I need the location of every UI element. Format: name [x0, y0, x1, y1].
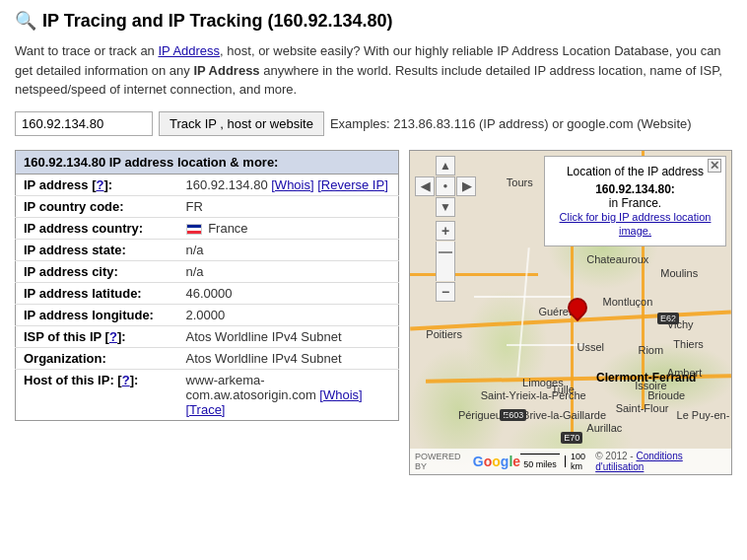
search-bar: Track IP , host or website Examples: 213…	[15, 111, 732, 136]
city-perigueux: Périgueux	[458, 409, 508, 421]
reverse-ip-link[interactable]: [Reverse IP]	[317, 177, 388, 192]
city-brioude: Brioude	[647, 389, 685, 401]
table-row: IP address state: n/a	[16, 239, 399, 260]
desc-text-1: Want to trace or track an	[15, 43, 158, 58]
host-trace-link[interactable]: [Trace]	[186, 402, 226, 417]
ip-address-bold: IP Address	[193, 63, 259, 78]
row-label: IP address state:	[16, 239, 178, 260]
table-row: Organization: Atos Worldline IPv4 Subnet	[16, 347, 399, 369]
map-tooltip: ✕ Location of the IP address 160.92.134.…	[544, 156, 726, 246]
host-whois-link[interactable]: [Whois]	[319, 387, 362, 402]
table-row: IP address latitude: 46.0000	[16, 282, 399, 304]
row-label: IP address city:	[16, 260, 178, 282]
row-value: Atos Worldline IPv4 Subnet	[178, 347, 399, 369]
row-label: Host of this IP: [?]:	[16, 369, 178, 420]
nav-left[interactable]: ◀	[415, 176, 435, 196]
examples-text: Examples: 213.86.83.116 (IP address) or …	[330, 116, 692, 131]
row-value: n/a	[178, 260, 399, 282]
tooltip-ip: 160.92.134.80:	[555, 182, 715, 196]
city-riom: Riom	[638, 344, 663, 356]
city-ambert: Ambert	[667, 367, 702, 379]
row-value: FR	[178, 195, 399, 217]
page-title: IP Tracing and IP Tracking (160.92.134.8…	[42, 11, 393, 32]
main-content: 160.92.134.80 IP address location & more…	[15, 150, 732, 475]
table-row: IP address city: n/a	[16, 260, 399, 282]
zoom-out-button[interactable]: −	[436, 282, 455, 302]
city-thiers: Thiers	[673, 338, 704, 350]
tooltip-close-button[interactable]: ✕	[708, 159, 721, 173]
track-button-label: Track IP , host or website	[170, 116, 313, 131]
tooltip-country: in France.	[555, 196, 715, 210]
table-row: IP address [?]: 160.92.134.80 [Whois] [R…	[16, 175, 399, 196]
row-value: 2.0000	[178, 304, 399, 325]
table-row: Host of this IP: [?]: www-arkema-com.aw.…	[16, 369, 399, 420]
row-label: IP address longitude:	[16, 304, 178, 325]
country-flag	[186, 224, 202, 235]
info-table: IP address [?]: 160.92.134.80 [Whois] [R…	[15, 175, 399, 421]
google-logo: Google	[473, 454, 520, 469]
whois-link[interactable]: [Whois]	[271, 177, 313, 192]
tooltip-image-link[interactable]: Click for big IP address location image.	[560, 211, 712, 237]
nav-down[interactable]: ▼	[436, 197, 455, 217]
city-moulins: Moulins	[660, 267, 698, 279]
nav-zoom: + −	[436, 221, 455, 302]
page-title-container: 🔍 IP Tracing and IP Tracking (160.92.134…	[15, 10, 732, 32]
row-value: 46.0000	[178, 282, 399, 304]
scale-km-label: 100 km	[571, 452, 595, 471]
ip-help-link[interactable]: ?	[96, 177, 103, 192]
map-copyright: © 2012 - Conditions d'utilisation	[595, 451, 726, 472]
row-label: IP address country:	[16, 217, 178, 239]
track-button[interactable]: Track IP , host or website	[159, 111, 324, 136]
row-label: IP address [?]:	[16, 175, 178, 196]
table-row: IP address country: France	[16, 217, 399, 239]
city-brive: Brive-la-Gaillarde	[522, 409, 606, 421]
map-nav: ▲ ◀ ● ▶ ▼ + −	[415, 156, 476, 302]
search-input[interactable]	[15, 111, 153, 136]
page-description: Want to trace or track an IP Address, ho…	[15, 41, 732, 100]
city-saint-yrieix: Saint-Yrieix-la-Perche	[481, 389, 586, 401]
nav-up[interactable]: ▲	[436, 156, 455, 175]
row-value: Atos Worldline IPv4 Subnet	[178, 325, 399, 347]
row-label: IP country code:	[16, 195, 178, 217]
city-saint-flour: Saint-Flour	[616, 402, 669, 414]
powered-by-label: POWERED BY	[415, 452, 469, 471]
nav-arrows: ▲ ◀ ● ▶ ▼	[415, 156, 476, 217]
map-pin[interactable]	[568, 298, 587, 327]
map-scale: 50 miles 100 km	[520, 452, 595, 471]
row-value: 160.92.134.80 [Whois] [Reverse IP]	[178, 175, 399, 196]
table-row: IP country code: FR	[16, 195, 399, 217]
isp-help-link[interactable]: ?	[109, 329, 117, 344]
ip-address-link[interactable]: IP Address	[158, 43, 220, 58]
info-panel-title: 160.92.134.80 IP address location & more…	[15, 150, 399, 175]
tooltip-title: Location of the IP address	[555, 165, 715, 178]
city-tours: Tours	[507, 176, 533, 188]
nav-center[interactable]: ●	[436, 176, 455, 196]
city-chateauroux: Chateauroux	[586, 253, 648, 265]
road-label-e70: E70	[561, 432, 582, 444]
map-bottom-bar: POWERED BY Google 50 miles 100 km	[410, 449, 731, 474]
map-background[interactable]: E603 E70 E62 Tours Chateauroux Poitiers …	[410, 151, 731, 474]
road-v1	[571, 215, 574, 442]
map-container: E603 E70 E62 Tours Chateauroux Poitiers …	[409, 150, 732, 475]
city-vichy: Vichy	[667, 318, 694, 330]
scale-bar-miles: 50 miles	[520, 454, 560, 469]
scale-bar-km: 100 km	[571, 452, 595, 471]
road-thin1	[474, 296, 571, 298]
scale-miles-label: 50 miles	[523, 459, 557, 469]
row-label: Organization:	[16, 347, 178, 369]
map-pin-head	[563, 293, 590, 320]
host-help-link[interactable]: ?	[122, 373, 130, 387]
magnifier-icon: 🔍	[15, 10, 36, 32]
row-label: IP address latitude:	[16, 282, 178, 304]
nav-right[interactable]: ▶	[456, 176, 476, 196]
table-row: IP address longitude: 2.0000	[16, 304, 399, 325]
table-row: ISP of this IP [?]: Atos Worldline IPv4 …	[16, 325, 399, 347]
row-value: www-arkema-com.aw.atosorigin.com [Whois]…	[178, 369, 399, 420]
row-value: n/a	[178, 239, 399, 260]
zoom-in-button[interactable]: +	[436, 221, 455, 241]
city-montlucon: Montluçon	[603, 296, 653, 308]
info-panel: 160.92.134.80 IP address location & more…	[15, 150, 399, 475]
city-ussel: Ussel	[577, 341, 605, 353]
row-label: ISP of this IP [?]:	[16, 325, 178, 347]
scale-divider	[565, 455, 566, 467]
